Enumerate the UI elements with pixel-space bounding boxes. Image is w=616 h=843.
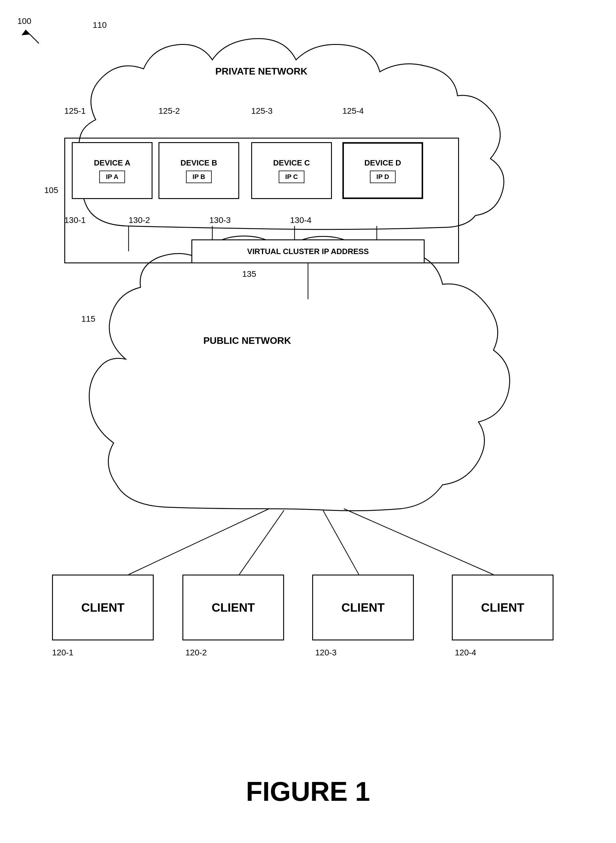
ref-100-label: 100 — [18, 16, 31, 26]
ref-120-1-label: 120-1 — [52, 648, 73, 658]
device-b-box: DEVICE B IP B — [158, 142, 239, 199]
client-4-box: CLIENT — [452, 575, 553, 640]
client-1-label: CLIENT — [81, 601, 125, 614]
private-network-label: PRIVATE NETWORK — [215, 66, 307, 77]
device-d-label: DEVICE D — [365, 158, 401, 168]
client-1-box: CLIENT — [52, 575, 154, 640]
ref-120-4-label: 120-4 — [455, 648, 476, 658]
ref-130-2-label: 130-2 — [129, 215, 150, 225]
ip-a-box: IP A — [99, 171, 125, 183]
device-a-label: DEVICE A — [94, 158, 131, 168]
ref-125-4-label: 125-4 — [342, 106, 364, 116]
ref-120-2-label: 120-2 — [185, 648, 207, 658]
figure-title: FIGURE 1 — [0, 776, 616, 807]
device-c-box: DEVICE C IP C — [251, 142, 332, 199]
device-b-label: DEVICE B — [180, 158, 217, 168]
ref-130-4-label: 130-4 — [290, 215, 312, 225]
virtual-cluster-label: VIRTUAL CLUSTER IP ADDRESS — [247, 247, 369, 256]
ref-130-3-label: 130-3 — [209, 215, 231, 225]
client-3-box: CLIENT — [312, 575, 414, 640]
ref-110-label: 110 — [93, 21, 107, 30]
ref-125-1-label: 125-1 — [64, 106, 86, 116]
public-network-label: PUBLIC NETWORK — [203, 335, 291, 346]
ref-125-2-label: 125-2 — [158, 106, 180, 116]
virtual-cluster-box: VIRTUAL CLUSTER IP ADDRESS — [191, 240, 425, 263]
device-d-box: DEVICE D IP D — [342, 142, 423, 199]
ref-105-label: 105 — [44, 185, 58, 195]
device-c-label: DEVICE C — [273, 158, 310, 168]
client-3-label: CLIENT — [342, 601, 384, 614]
svg-line-4 — [344, 509, 493, 575]
ip-d-box: IP D — [370, 171, 396, 183]
ref-130-1-label: 130-1 — [64, 215, 86, 225]
ref-115-label: 115 — [81, 314, 95, 324]
ref-135-label: 135 — [242, 269, 256, 279]
client-2-label: CLIENT — [212, 601, 255, 614]
client-2-box: CLIENT — [182, 575, 284, 640]
svg-line-1 — [129, 509, 269, 575]
client-4-label: CLIENT — [481, 601, 524, 614]
ip-c-box: IP C — [279, 171, 304, 183]
ref-125-3-label: 125-3 — [251, 106, 273, 116]
svg-line-3 — [323, 510, 359, 575]
ref-120-3-label: 120-3 — [315, 648, 337, 658]
device-a-box: DEVICE A IP A — [72, 142, 153, 199]
ip-b-box: IP B — [186, 171, 212, 183]
